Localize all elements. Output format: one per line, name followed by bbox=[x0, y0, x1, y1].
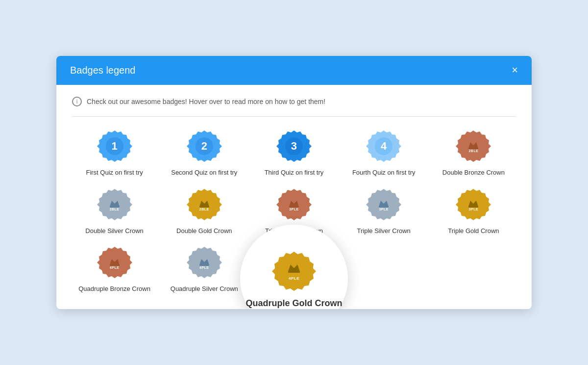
badge-item-double-silver: 2BLE Double Silver Crown bbox=[72, 187, 157, 235]
badge-item-double-gold: 2BLE Double Gold Crown bbox=[162, 187, 246, 235]
badge-number-2: 2 bbox=[201, 141, 207, 152]
badge-number-1: 1 bbox=[111, 141, 117, 152]
badge-label-fourth-quiz: Fourth Quiz on first try bbox=[352, 169, 416, 177]
badge-shape-first-quiz: 1 bbox=[97, 129, 132, 164]
badge-item-double-bronze: 2BLE Double Bronze Crown bbox=[431, 129, 516, 177]
badge-item-quadruple-silver: 4PLE Quadruple Silver Crown bbox=[162, 245, 246, 293]
badge-item-quadruple-bronze: 4PLE Quadruple Bronze Crown bbox=[72, 245, 157, 293]
badge-label-quadruple-silver: Quadruple Silver Crown bbox=[171, 285, 238, 293]
badges-grid: 1 First Quiz on first try 2 Second Quiz … bbox=[72, 129, 516, 294]
badge-shape-second-quiz: 2 bbox=[187, 129, 222, 164]
badge-shape-fourth-quiz: 4 bbox=[366, 129, 401, 164]
badge-number-3: 3 bbox=[291, 141, 297, 152]
badge-item-triple-silver: 3PLE Triple Silver Crown bbox=[342, 187, 426, 235]
svg-marker-12 bbox=[110, 201, 120, 207]
badge-label-double-silver: Double Silver Crown bbox=[85, 227, 144, 235]
badge-label-triple-gold: Triple Gold Crown bbox=[448, 227, 499, 235]
badges-legend-modal: Badges legend × i Check out our awesome … bbox=[56, 56, 532, 310]
modal-title: Badges legend bbox=[70, 65, 135, 76]
badge-label-double-bronze: Double Bronze Crown bbox=[442, 169, 505, 177]
badge-label-quadruple-bronze: Quadruple Bronze Crown bbox=[78, 285, 150, 293]
badge-label-triple-silver: Triple Silver Crown bbox=[357, 227, 411, 235]
badge-label-double-gold: Double Gold Crown bbox=[176, 227, 232, 235]
badge-shape-triple-gold: 3PLE bbox=[456, 187, 491, 222]
svg-marker-27 bbox=[110, 259, 120, 265]
svg-marker-9 bbox=[468, 142, 478, 148]
badge-shape-third-quiz: 3 bbox=[276, 129, 312, 164]
badge-label-first-quiz: First Quiz on first try bbox=[86, 169, 143, 177]
badge-item-triple-gold: 3PLE Triple Gold Crown bbox=[431, 187, 516, 235]
badge-item-triple-bronze: 3PLE Triple Bronze Crown bbox=[251, 187, 336, 235]
badge-shape-double-gold: 2BLE bbox=[187, 187, 222, 222]
badge-item-quadruple-gold: 4PLE Quadruple Gold Crown bbox=[251, 245, 336, 293]
svg-marker-24 bbox=[468, 201, 478, 207]
badge-shape-quadruple-silver: 4PLE bbox=[187, 245, 222, 280]
info-bar: i Check out our awesome badges! Hover ov… bbox=[72, 97, 516, 106]
badge-shape-quadruple-gold: 4PLE bbox=[276, 245, 312, 280]
badge-shape-double-bronze: 2BLE bbox=[456, 129, 491, 164]
badge-number-4: 4 bbox=[381, 141, 387, 152]
modal-header: Badges legend × bbox=[56, 56, 532, 85]
svg-marker-30 bbox=[199, 259, 209, 265]
badge-shape-triple-bronze: 3PLE bbox=[276, 187, 312, 222]
close-button[interactable]: × bbox=[512, 65, 518, 76]
badge-shape-double-silver: 2BLE bbox=[97, 187, 132, 222]
badge-label-triple-bronze: Triple Bronze Crown bbox=[265, 227, 323, 235]
badge-label-quadruple-gold: Quadruple Gold Crown bbox=[262, 285, 327, 293]
divider bbox=[72, 116, 516, 117]
info-text: Check out our awesome badges! Hover over… bbox=[87, 98, 325, 105]
badge-shape-triple-silver: 3PLE bbox=[366, 187, 401, 222]
badge-shape-quadruple-bronze: 4PLE bbox=[97, 245, 132, 280]
badge-label-second-quiz: Second Quiz on first try bbox=[171, 169, 237, 177]
badge-item-third-quiz: 3 Third Quiz on first try bbox=[251, 129, 336, 177]
svg-marker-36 bbox=[289, 259, 299, 265]
info-icon: i bbox=[72, 97, 82, 106]
badge-item-first-quiz: 1 First Quiz on first try bbox=[72, 129, 157, 177]
svg-marker-15 bbox=[199, 201, 209, 207]
badge-item-fourth-quiz: 4 Fourth Quiz on first try bbox=[342, 129, 426, 177]
svg-marker-21 bbox=[379, 201, 389, 207]
badge-item-second-quiz: 2 Second Quiz on first try bbox=[162, 129, 246, 177]
tooltip-label: Quadruple Gold Crown bbox=[245, 298, 342, 309]
modal-body: i Check out our awesome badges! Hover ov… bbox=[56, 85, 532, 310]
svg-marker-18 bbox=[289, 201, 299, 207]
badge-label-third-quiz: Third Quiz on first try bbox=[265, 169, 324, 177]
